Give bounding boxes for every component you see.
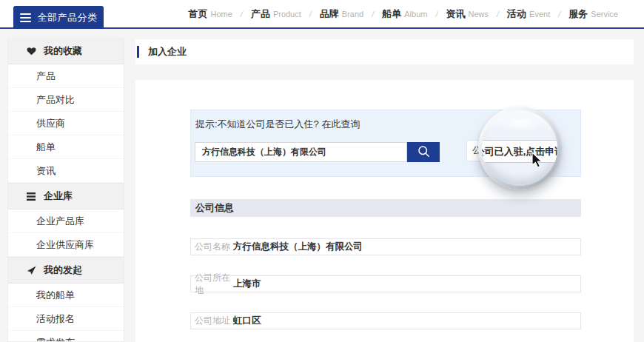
nav-separator: /	[435, 10, 437, 19]
nav-separator: /	[558, 10, 560, 19]
all-categories-button[interactable]: 全部产品分类	[13, 6, 104, 29]
field-value: 上海市	[233, 278, 261, 290]
search-icon	[417, 145, 430, 160]
sidebar-item[interactable]: 需求发布	[8, 331, 124, 342]
nav-item-label-en: Home	[210, 10, 232, 19]
page-title: 加入企业	[135, 39, 634, 64]
magnifier-overlay: 公司已入驻,点击申请	[478, 107, 561, 190]
all-categories-label: 全部产品分类	[38, 11, 98, 24]
query-hint-text: 提示:不知道公司是否已入住? 在此查询	[195, 118, 360, 131]
magnifier-lens: 公司已入驻,点击申请	[482, 110, 557, 186]
page-title-bar: 加入企业	[135, 39, 634, 64]
sidebar-item[interactable]: 企业供应商库	[8, 233, 124, 257]
sidebar-item[interactable]: 资讯	[8, 159, 124, 183]
top-header: 全部产品分类 首页 Home / 产品 Product / 品牌 Brand /…	[0, 0, 644, 29]
nav-item-label-en: Album	[404, 10, 427, 19]
heart-icon	[26, 46, 36, 56]
sidebar-section-label: 企业库	[44, 190, 73, 203]
nav-item-label-zh: 首页	[188, 7, 207, 21]
search-button[interactable]	[407, 142, 440, 162]
sidebar-item[interactable]: 企业产品库	[8, 209, 124, 233]
nav-item-label-en: Service	[591, 10, 618, 19]
nav-item-label-zh: 服务	[568, 7, 588, 21]
sidebar-section-label: 我的发起	[44, 264, 82, 277]
magnified-link-text[interactable]: 公司已入驻,点击申请	[482, 140, 557, 163]
field-label: 公司名称	[191, 241, 233, 253]
nav-item-label-zh: 活动	[507, 7, 526, 21]
sidebar-items-favorites: 产品产品对比供应商船单资讯	[8, 64, 124, 183]
list-icon	[26, 191, 36, 201]
magnifier-glare	[491, 113, 549, 132]
sidebar-item[interactable]: 活动报名	[8, 307, 124, 331]
nav-item[interactable]: 首页 Home /	[188, 7, 250, 21]
nav-item[interactable]: 船单 Album /	[382, 7, 446, 21]
sidebar-items-initiated: 我的船单活动报名需求发布	[8, 284, 124, 342]
field-label: 公司地址	[191, 315, 233, 327]
company-field-row[interactable]: 公司名称 方行信息科技（上海）有限公司	[190, 238, 581, 255]
company-info-fields: 公司名称 方行信息科技（上海）有限公司 公司所在地 上海市 公司地址 虹口区	[190, 238, 581, 342]
nav-item[interactable]: 服务 Service /	[568, 7, 618, 21]
sidebar-section-enterprise[interactable]: 企业库	[8, 183, 124, 209]
company-field-row[interactable]: 公司地址 虹口区	[190, 312, 581, 329]
cursor-icon	[531, 152, 544, 171]
sidebar-section-favorites[interactable]: 我的收藏	[8, 38, 124, 64]
nav-item[interactable]: 品牌 Brand /	[320, 7, 382, 21]
nav-item-label-en: News	[469, 10, 489, 19]
company-search-input[interactable]	[195, 142, 407, 162]
nav-separator: /	[309, 10, 312, 19]
nav-item-label-zh: 品牌	[320, 7, 339, 21]
field-value: 方行信息科技（上海）有限公司	[233, 241, 363, 253]
nav-item[interactable]: 产品 Product /	[251, 7, 320, 21]
nav-item-label-zh: 资讯	[446, 7, 466, 21]
nav-item[interactable]: 活动 Event /	[507, 7, 568, 21]
sidebar: 我的收藏 产品产品对比供应商船单资讯 企业库 企业产品库企业供应商库 我的发起 …	[7, 38, 124, 342]
nav-separator: /	[241, 10, 243, 19]
sidebar-section-initiated[interactable]: 我的发起	[8, 257, 124, 284]
send-icon	[26, 265, 36, 275]
nav-item-label-zh: 产品	[251, 7, 270, 21]
sidebar-item[interactable]: 船单	[8, 135, 124, 159]
nav-separator: /	[372, 10, 374, 19]
title-accent-bar	[137, 46, 139, 58]
nav-item-label-en: Brand	[342, 10, 363, 19]
nav-item-label-en: Event	[529, 10, 550, 19]
main-panel: 提示:不知道公司是否已入住? 在此查询 公司已入驻,点击申请 公司已入驻,点击申…	[135, 80, 634, 342]
nav-item-label-zh: 船单	[382, 7, 401, 21]
company-field-row[interactable]: 公司所在地 上海市	[190, 275, 581, 292]
sidebar-item[interactable]: 供应商	[8, 112, 124, 135]
sidebar-section-label: 我的收藏	[44, 44, 82, 58]
field-value: 虹口区	[233, 315, 261, 327]
sidebar-item[interactable]: 产品	[8, 64, 124, 88]
nav-item-label-en: Product	[273, 10, 301, 19]
field-label: 公司所在地	[191, 272, 233, 297]
hamburger-icon	[20, 13, 31, 22]
sidebar-item[interactable]: 产品对比	[8, 88, 124, 112]
sidebar-item[interactable]: 我的船单	[8, 284, 124, 307]
company-info-section-header: 公司信息	[190, 199, 581, 217]
nav-separator: /	[497, 10, 499, 19]
main-nav: 首页 Home / 产品 Product / 品牌 Brand / 船单 Alb…	[188, 0, 618, 27]
nav-item[interactable]: 资讯 News /	[446, 7, 508, 21]
sidebar-items-enterprise: 企业产品库企业供应商库	[8, 209, 124, 257]
